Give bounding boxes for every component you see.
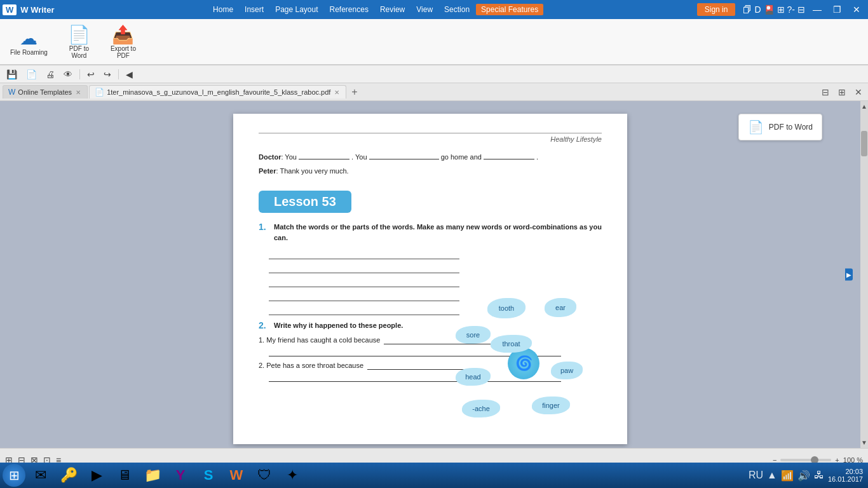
file-roaming-label: File Roaming	[10, 49, 48, 56]
taskbar-files[interactable]: 📁	[140, 464, 165, 487]
export-pdf-label2: PDF	[117, 52, 130, 59]
tab1-close[interactable]: ✕	[74, 88, 82, 97]
peter-line: Peter: Thank you very much.	[259, 166, 602, 177]
tabs-right-btn1[interactable]: ⊟	[818, 86, 832, 98]
tab-pdf-document[interactable]: 📄 1ter_minasova_s_g_uzunova_l_m_english_…	[89, 85, 346, 98]
tab-online-templates[interactable]: W Online Templates ✕	[3, 85, 88, 98]
menu-references[interactable]: References	[325, 4, 374, 15]
export-pdf-button[interactable]: 📤 Export to PDF	[105, 22, 141, 62]
tray-arrow-up[interactable]: ▲	[767, 470, 777, 481]
ex1-number: 1.	[259, 222, 269, 232]
menu-review[interactable]: Review	[375, 4, 410, 15]
taskbar-right: RU ▲ 📶 🔊 🖧 20:03 16.01.2017	[749, 468, 865, 483]
menu-view[interactable]: View	[411, 4, 438, 15]
menu-home[interactable]: Home	[208, 4, 238, 15]
taskbar-wps[interactable]: W	[224, 464, 249, 487]
ribbon-group-file: ☁ File Roaming	[5, 25, 53, 58]
system-clock[interactable]: 20:03 16.01.2017	[828, 468, 863, 483]
toolbar-icon3[interactable]: 🎴	[764, 4, 775, 15]
blank2	[369, 151, 439, 159]
undo-button[interactable]: ↩	[83, 68, 98, 81]
blank1	[299, 151, 349, 159]
pdf-float-label: PDF to Word	[769, 123, 813, 132]
ribbon-group-export: 📤 Export to PDF	[105, 22, 141, 62]
main-area: Healthy Lifestyle Doctor: You . You go h…	[0, 101, 868, 448]
tabs-right-btn2[interactable]: ⊞	[835, 86, 849, 98]
taskbar-shield[interactable]: 🛡	[252, 464, 277, 487]
tray-network[interactable]: 🖧	[814, 470, 824, 481]
ribbon-content: ☁ File Roaming 📄 PDF to Word 📤 Export to…	[0, 19, 868, 65]
ex2-number: 2.	[259, 320, 269, 330]
menu-special-features[interactable]: Special Features	[476, 4, 543, 15]
tabs-right-controls: ⊟ ⊞ ✕	[818, 86, 865, 98]
cloud-ear: ear	[545, 298, 576, 317]
taskbar-star[interactable]: ✦	[280, 464, 305, 487]
zoom-slider[interactable]	[780, 459, 831, 461]
save-button[interactable]: 💾	[3, 68, 21, 81]
pdf-to-word-icon: 📄	[68, 24, 90, 45]
tabs-right-btn3[interactable]: ✕	[851, 86, 865, 98]
minimize-button[interactable]: —	[808, 3, 827, 16]
preview-button[interactable]: 👁	[60, 68, 76, 81]
restore-button[interactable]: ❐	[828, 3, 846, 16]
cloud-sore: sore	[456, 326, 491, 344]
cloud-ache: -ache	[462, 400, 500, 417]
redo-button[interactable]: ↪	[100, 68, 115, 81]
menu-page-layout[interactable]: Page Layout	[270, 4, 323, 15]
expand-handle[interactable]: ▶	[845, 269, 853, 281]
menu-insert[interactable]: Insert	[240, 4, 269, 15]
write-line-3	[269, 276, 459, 287]
window-controls: — ❐ ✕	[808, 3, 865, 16]
cloud-throat: throat	[491, 335, 532, 353]
tray-signal[interactable]: 📶	[781, 470, 794, 482]
app-name: W Writer	[20, 5, 54, 15]
sign-in-button[interactable]: Sign in	[697, 3, 736, 16]
toolbar-separator2	[118, 69, 119, 79]
toolbar-icon4[interactable]: ⊞	[777, 4, 785, 15]
app-title: W W Writer	[3, 4, 55, 15]
back-button[interactable]: ◀	[122, 68, 137, 81]
taskbar-email[interactable]: ✉	[28, 464, 53, 487]
ex2-item1-text: 1. My friend has caught a cold because	[259, 336, 380, 344]
toolbar-icon1[interactable]: 🗍	[743, 4, 752, 15]
write-line-4	[269, 290, 459, 301]
toolbar-icon2[interactable]: D	[754, 4, 761, 15]
taskbar: ⊞ ✉ 🔑 ▶ 🖥 📁 Y S W 🛡 ✦ RU ▲ 📶 🔊 🖧 20:03 1…	[0, 463, 868, 488]
ex2-item2-text: 2. Pete has a sore throat because	[259, 362, 363, 370]
file-roaming-button[interactable]: ☁ File Roaming	[5, 25, 53, 58]
print-button[interactable]: 🖨	[42, 68, 58, 81]
exercise1-header: 1. Match the words or the parts of the w…	[259, 222, 602, 243]
close-button[interactable]: ✕	[848, 3, 865, 16]
new-button[interactable]: 📄	[22, 68, 41, 81]
scroll-up-arrow[interactable]: ▲	[859, 101, 868, 112]
taskbar-skype[interactable]: S	[196, 464, 221, 487]
write-line-5	[269, 304, 459, 315]
title-bar: W W Writer Home Insert Page Layout Refer…	[0, 0, 868, 19]
toolbar-icon6[interactable]: ⊟	[797, 4, 805, 15]
taskbar-yahoo[interactable]: Y	[168, 464, 193, 487]
menu-section[interactable]: Section	[439, 4, 475, 15]
add-tab-button[interactable]: +	[348, 85, 361, 99]
quick-access-toolbar: 💾 📄 🖨 👁 ↩ ↪ ◀	[0, 65, 868, 83]
pdf-to-word-button[interactable]: 📄 PDF to Word	[63, 22, 95, 62]
ribbon-group-pdf: 📄 PDF to Word	[63, 22, 95, 62]
toolbar-icon5[interactable]: ?-	[787, 4, 795, 15]
cloud-head: head	[456, 368, 491, 386]
clock-date: 16.01.2017	[828, 475, 863, 483]
word-diagram: 🌀 tooth ear sore throat head paw -ache f…	[456, 298, 595, 438]
start-button[interactable]: ⊞	[3, 464, 25, 487]
scroll-down-arrow[interactable]: ▼	[859, 437, 868, 448]
tray-volume[interactable]: 🔊	[797, 470, 810, 482]
tray-lang[interactable]: RU	[749, 470, 763, 481]
pdf-to-word-float-button[interactable]: 📄 PDF to Word	[738, 114, 822, 140]
pdf-to-word-label: PDF to	[69, 45, 89, 52]
scrollbar-right: ▲ ▼	[860, 101, 868, 448]
tab2-close[interactable]: ✕	[333, 88, 341, 97]
taskbar-security[interactable]: 🔑	[56, 464, 81, 487]
tab1-icon: W	[8, 88, 15, 97]
taskbar-explorer[interactable]: 🖥	[112, 464, 137, 487]
doctor-line: Doctor: You . You go home and .	[259, 151, 602, 163]
ribbon: ☁ File Roaming 📄 PDF to Word 📤 Export to…	[0, 19, 868, 65]
scroll-thumb[interactable]	[861, 131, 867, 156]
taskbar-media[interactable]: ▶	[84, 464, 109, 487]
